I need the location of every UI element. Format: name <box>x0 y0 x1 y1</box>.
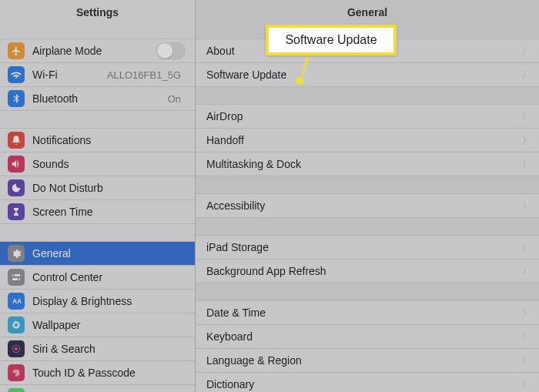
sidebar-item-sounds[interactable]: Sounds <box>0 152 195 176</box>
sidebar-scroll[interactable]: Airplane ModeWi-FiALLO16FB1_5GBluetoothO… <box>0 25 195 392</box>
main-group-accessibility: Accessibility〉 <box>196 193 539 218</box>
sidebar-item-do-not-disturb[interactable]: Do Not Disturb <box>0 176 195 200</box>
sidebar-item-label: Sounds <box>32 158 186 170</box>
brightness-icon: AA <box>8 293 25 310</box>
sidebar-item-label: Display & Brightness <box>32 295 186 307</box>
svg-point-6 <box>15 323 18 327</box>
sidebar-item-control-center[interactable]: Control Center <box>0 265 195 290</box>
callout-text: Software Update <box>285 33 377 47</box>
main-header: General <box>196 0 539 25</box>
sidebar-item-label: Wi-Fi <box>32 69 107 81</box>
svg-point-2 <box>13 274 15 276</box>
sidebar-item-notifications[interactable]: Notifications <box>0 128 195 152</box>
main-item-date-time[interactable]: Date & Time〉 <box>196 300 539 325</box>
main-item-label: AirDrop <box>206 110 522 122</box>
toggle-knob <box>157 43 172 59</box>
settings-app: Settings Airplane ModeWi-FiALLO16FB1_5GB… <box>0 0 539 392</box>
sidebar-item-value: On <box>168 93 181 105</box>
sidebar-item-general[interactable]: General <box>0 241 195 266</box>
sidebar-item-touch-id-passcode[interactable]: Touch ID & Passcode <box>0 360 195 385</box>
callout-dot <box>296 77 303 85</box>
sidebar-item-label: Do Not Disturb <box>32 182 186 194</box>
bluetooth-icon <box>8 90 25 107</box>
sound-icon <box>8 156 25 173</box>
sidebar-group-notifications: NotificationsSoundsDo Not DisturbScreen … <box>0 128 195 224</box>
sidebar-group-network: Airplane ModeWi-FiALLO16FB1_5GBluetoothO… <box>0 39 195 111</box>
main-item-airdrop[interactable]: AirDrop〉 <box>196 104 539 129</box>
wallpaper-icon <box>8 317 25 333</box>
sidebar-item-label: Bluetooth <box>32 92 168 105</box>
main-item-background-app-refresh[interactable]: Background App Refresh〉 <box>196 259 539 283</box>
main-item-language-region[interactable]: Language & Region〉 <box>196 348 539 373</box>
main-item-label: Software Update <box>206 69 522 81</box>
sidebar-item-label: General <box>32 247 186 260</box>
main-panel: General About〉Software Update〉 AirDrop〉H… <box>196 0 539 392</box>
wifi-icon <box>8 66 25 83</box>
sidebar-header: Settings <box>0 0 195 25</box>
sidebar-item-label: Screen Time <box>32 206 186 218</box>
airplane-icon <box>8 42 25 59</box>
chevron-right-icon: 〉 <box>522 307 531 320</box>
sidebar-group-system: GeneralControl CenterAADisplay & Brightn… <box>0 241 195 392</box>
sidebar-item-label: Siri & Search <box>32 343 186 355</box>
chevron-right-icon: 〉 <box>522 265 531 278</box>
main-item-accessibility[interactable]: Accessibility〉 <box>196 193 539 218</box>
sidebar-item-label: Control Center <box>32 271 186 283</box>
main-scroll[interactable]: About〉Software Update〉 AirDrop〉Handoff〉M… <box>196 25 539 392</box>
sidebar-item-label: Notifications <box>32 134 186 146</box>
main-item-label: Background App Refresh <box>206 265 522 277</box>
sidebar-item-battery[interactable]: Battery <box>0 384 195 392</box>
sidebar-item-value: ALLO16FB1_5G <box>107 69 181 81</box>
main-item-label: Dictionary <box>206 378 522 390</box>
sidebar-item-airplane-mode[interactable]: Airplane Mode <box>0 39 195 63</box>
chevron-right-icon: 〉 <box>522 158 531 171</box>
main-group-airdrop: AirDrop〉Handoff〉Multitasking & Dock〉 <box>196 104 539 176</box>
chevron-right-icon: 〉 <box>522 45 531 58</box>
main-item-label: iPad Storage <box>206 241 522 253</box>
sidebar: Settings Airplane ModeWi-FiALLO16FB1_5GB… <box>0 0 196 392</box>
touchid-icon <box>8 364 25 381</box>
main-item-label: Language & Region <box>206 354 522 367</box>
chevron-right-icon: 〉 <box>522 69 531 82</box>
sidebar-item-label: Wallpaper <box>32 319 186 331</box>
main-item-software-update[interactable]: Software Update〉 <box>196 62 539 87</box>
main-item-label: Handoff <box>206 134 522 146</box>
chevron-right-icon: 〉 <box>522 330 531 343</box>
svg-text:AA: AA <box>12 298 22 305</box>
chevron-right-icon: 〉 <box>522 110 531 123</box>
toggle-switch[interactable] <box>156 42 186 59</box>
chevron-right-icon: 〉 <box>522 199 531 213</box>
hourglass-icon <box>8 203 25 220</box>
svg-point-3 <box>18 278 19 280</box>
bell-icon <box>8 132 25 149</box>
sidebar-item-display-brightness[interactable]: AADisplay & Brightness <box>0 289 195 313</box>
gear-icon <box>8 245 25 262</box>
switches-icon <box>8 269 25 286</box>
chevron-right-icon: 〉 <box>522 241 531 254</box>
main-item-dictionary[interactable]: Dictionary〉 <box>196 372 539 392</box>
sidebar-title: Settings <box>76 6 119 18</box>
main-item-keyboard[interactable]: Keyboard〉 <box>196 324 539 349</box>
sidebar-item-siri-search[interactable]: Siri & Search <box>0 337 195 361</box>
sidebar-item-wallpaper[interactable]: Wallpaper <box>0 313 195 337</box>
main-group-storage: iPad Storage〉Background App Refresh〉 <box>196 235 539 283</box>
main-item-handoff[interactable]: Handoff〉 <box>196 128 539 152</box>
chevron-right-icon: 〉 <box>522 134 531 147</box>
main-title: General <box>347 6 387 18</box>
main-group-locale: Date & Time〉Keyboard〉Language & Region〉D… <box>196 300 539 392</box>
sidebar-item-bluetooth[interactable]: BluetoothOn <box>0 86 195 111</box>
siri-icon <box>8 340 25 357</box>
main-item-label: Keyboard <box>206 330 522 343</box>
moon-icon <box>8 179 25 196</box>
main-item-ipad-storage[interactable]: iPad Storage〉 <box>196 235 539 260</box>
sidebar-item-wi-fi[interactable]: Wi-FiALLO16FB1_5G <box>0 62 195 87</box>
svg-point-8 <box>15 347 18 351</box>
battery-icon <box>8 388 25 392</box>
main-item-label: Multitasking & Dock <box>206 158 522 170</box>
main-item-label: Accessibility <box>206 199 522 212</box>
main-item-multitasking-dock[interactable]: Multitasking & Dock〉 <box>196 152 539 176</box>
sidebar-item-screen-time[interactable]: Screen Time <box>0 199 195 224</box>
sidebar-item-label: Touch ID & Passcode <box>32 367 186 379</box>
sidebar-item-label: Airplane Mode <box>32 45 156 57</box>
chevron-right-icon: 〉 <box>522 354 531 367</box>
